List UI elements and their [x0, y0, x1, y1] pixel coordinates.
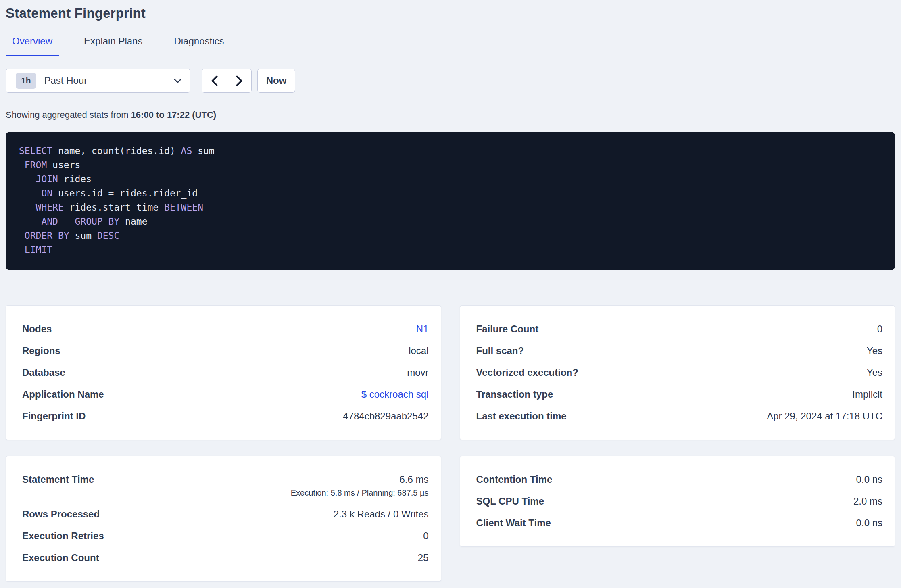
sql-text — [19, 230, 25, 241]
full-scan-value-group: Yes — [867, 345, 882, 357]
sql-text — [19, 202, 36, 213]
sql-text: _ — [52, 244, 64, 255]
sql-line: LIMIT _ — [19, 243, 882, 257]
contention-time-value-group: 0.0 ns — [856, 474, 882, 485]
regions-value: local — [409, 345, 428, 357]
contention-time-label: Contention Time — [476, 474, 553, 485]
tab-bar: OverviewExplain PlansDiagnostics — [6, 35, 895, 56]
contention-time-value: 0.0 ns — [856, 474, 882, 485]
nodes-link[interactable]: N1 — [416, 323, 429, 335]
execution-retries-value-group: 0 — [423, 530, 428, 542]
sql-keyword: ORDER BY — [25, 230, 69, 241]
transaction-type-value: Implicit — [852, 389, 882, 400]
vectorized-execution-value-group: Yes — [867, 367, 882, 378]
nodes-value-group: N1 — [416, 323, 429, 335]
aggregation-caption: Showing aggregated stats from 16:00 to 1… — [6, 109, 895, 121]
time-controls-row: 1h Past Hour Now — [6, 69, 895, 93]
sql-keyword: LIMIT — [25, 244, 52, 255]
sql-text — [19, 174, 36, 184]
rows-processed-value-group: 2.3 k Reads / 0 Writes — [334, 509, 429, 520]
regions-row: Regionslocal — [22, 345, 429, 357]
page-title: Statement Fingerprint — [6, 6, 895, 21]
full-scan-row: Full scan?Yes — [476, 345, 883, 357]
nodes-label: Nodes — [22, 323, 52, 335]
rows-processed-value: 2.3 k Reads / 0 Writes — [334, 509, 429, 520]
statement-time-row: Statement Time6.6 msExecution: 5.8 ms / … — [22, 474, 429, 498]
database-label: Database — [22, 367, 65, 378]
sql-text: users — [47, 160, 80, 170]
timing-card-right: Contention Time0.0 nsSQL CPU Time2.0 msC… — [460, 456, 895, 547]
rows-processed-label: Rows Processed — [22, 509, 100, 520]
nodes-row: NodesN1 — [22, 323, 429, 335]
sql-text: rides.start_time — [64, 202, 164, 213]
last-execution-time-row: Last execution timeApr 29, 2024 at 17:18… — [476, 411, 883, 422]
aggregation-caption-range: 16:00 to 17:22 (UTC) — [131, 110, 217, 120]
last-execution-time-value: Apr 29, 2024 at 17:18 UTC — [767, 411, 882, 422]
sql-text — [19, 216, 41, 227]
database-value: movr — [407, 367, 428, 378]
database-row: Databasemovr — [22, 367, 429, 378]
tab-label: Explain Plans — [84, 35, 142, 46]
sql-line: ORDER BY sum DESC — [19, 229, 882, 243]
sql-line: FROM users — [19, 158, 882, 172]
sql-cpu-time-row: SQL CPU Time2.0 ms — [476, 496, 883, 507]
application-name-value-group: $ cockroach sql — [361, 389, 429, 400]
sql-line: WHERE rides.start_time BETWEEN _ — [19, 200, 882, 215]
transaction-type-value-group: Implicit — [852, 389, 882, 400]
chevron-down-icon — [173, 78, 182, 83]
statement-time-value-group: 6.6 msExecution: 5.8 ms / Planning: 687.… — [291, 474, 429, 498]
sql-keyword: FROM — [25, 160, 47, 170]
sql-line: ON users.id = rides.rider_id — [19, 186, 882, 200]
sql-text: sum — [69, 230, 97, 241]
contention-time-row: Contention Time0.0 ns — [476, 474, 883, 485]
fingerprint-id-value-group: 4784cb829aab2542 — [343, 411, 428, 422]
statement-fingerprint-page: Statement Fingerprint OverviewExplain Pl… — [0, 6, 901, 582]
sql-keyword: SELECT — [19, 146, 52, 156]
next-time-window-button[interactable] — [227, 69, 251, 92]
previous-time-window-button[interactable] — [202, 69, 227, 92]
tab-explain-plans[interactable]: Explain Plans — [77, 35, 149, 56]
regions-value-group: local — [409, 345, 428, 357]
client-wait-time-value-group: 0.0 ns — [856, 517, 882, 529]
now-button[interactable]: Now — [257, 69, 295, 93]
execution-count-value: 25 — [418, 552, 429, 563]
transaction-type-row: Transaction typeImplicit — [476, 389, 883, 400]
time-range-dropdown[interactable]: 1h Past Hour — [6, 69, 190, 93]
sql-keyword: DESC — [97, 230, 119, 241]
time-range-badge: 1h — [16, 73, 36, 89]
last-execution-time-value-group: Apr 29, 2024 at 17:18 UTC — [767, 411, 882, 422]
sql-cpu-time-value-group: 2.0 ms — [853, 496, 882, 507]
fingerprint-id-label: Fingerprint ID — [22, 411, 86, 422]
sql-statement-box: SELECT name, count(rides.id) AS sum FROM… — [6, 132, 895, 270]
statement-time-subvalue: Execution: 5.8 ms / Planning: 687.5 µs — [291, 488, 429, 498]
sql-keyword: AND — [41, 216, 58, 227]
sql-cpu-time-value: 2.0 ms — [853, 496, 882, 507]
sql-text: _ — [58, 216, 75, 227]
chevron-right-icon — [236, 75, 243, 86]
sql-keyword: AS — [181, 146, 192, 156]
full-scan-label: Full scan? — [476, 345, 524, 357]
tab-overview[interactable]: Overview — [6, 35, 59, 56]
client-wait-time-row: Client Wait Time0.0 ns — [476, 517, 883, 529]
aggregation-caption-prefix: Showing aggregated stats from — [6, 110, 131, 120]
database-value-group: movr — [407, 367, 428, 378]
application-name-label: Application Name — [22, 389, 104, 400]
sql-keyword: GROUP BY — [75, 216, 119, 227]
application-name-link[interactable]: $ cockroach sql — [361, 389, 429, 400]
sql-text: users.id = rides.rider_id — [52, 188, 198, 198]
execution-retries-value: 0 — [423, 530, 428, 542]
execution-count-label: Execution Count — [22, 552, 99, 563]
failure-count-row: Failure Count0 — [476, 323, 883, 335]
transaction-type-label: Transaction type — [476, 389, 553, 400]
sql-keyword: BETWEEN — [164, 202, 203, 213]
statement-time-label: Statement Time — [22, 474, 94, 485]
failure-count-value-group: 0 — [877, 323, 882, 335]
full-scan-value: Yes — [867, 345, 882, 357]
fingerprint-id-row: Fingerprint ID4784cb829aab2542 — [22, 411, 429, 422]
time-range-label: Past Hour — [44, 75, 173, 86]
sql-text — [19, 244, 25, 255]
tab-label: Diagnostics — [174, 35, 224, 46]
tab-diagnostics[interactable]: Diagnostics — [167, 35, 230, 56]
sql-text: sum — [192, 146, 214, 156]
summary-cards-grid: NodesN1RegionslocalDatabasemovrApplicati… — [6, 305, 895, 582]
